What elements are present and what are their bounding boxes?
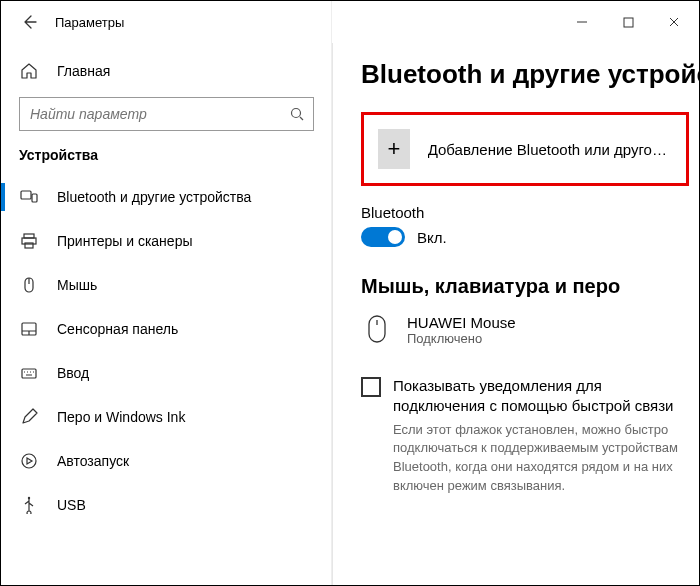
minimize-button[interactable]	[559, 6, 605, 38]
swift-pair-checkbox[interactable]	[361, 377, 381, 397]
svg-rect-12	[369, 316, 385, 342]
svg-point-11	[28, 497, 30, 499]
svg-rect-0	[624, 18, 633, 27]
swift-pair-hint: Если этот флажок установлен, можно быстр…	[393, 421, 689, 496]
close-icon	[668, 16, 680, 28]
bluetooth-label: Bluetooth	[361, 204, 689, 221]
sidebar-item-printers[interactable]: Принтеры и сканеры	[1, 219, 332, 263]
bluetooth-toggle[interactable]	[361, 227, 405, 247]
device-item[interactable]: HUAWEI Mouse Подключено	[361, 308, 689, 364]
home-link[interactable]: Главная	[1, 49, 332, 93]
sidebar-item-label: Автозапуск	[57, 453, 129, 469]
svg-rect-2	[21, 191, 31, 199]
sidebar-item-label: Мышь	[57, 277, 97, 293]
sidebar-item-usb[interactable]: USB	[1, 483, 332, 527]
window-title: Параметры	[55, 15, 124, 30]
svg-rect-9	[22, 369, 36, 378]
mouse-icon	[363, 314, 391, 344]
close-button[interactable]	[651, 6, 697, 38]
maximize-icon	[623, 17, 634, 28]
add-device-row[interactable]: + Добавление Bluetooth или другого устро…	[361, 112, 689, 186]
sidebar-item-label: Ввод	[57, 365, 89, 381]
device-name: HUAWEI Mouse	[407, 314, 516, 331]
sidebar: Главная Устройства Bluetooth и другие ус…	[1, 43, 333, 585]
sidebar-item-bluetooth[interactable]: Bluetooth и другие устройства	[1, 175, 332, 219]
home-label: Главная	[57, 63, 110, 79]
sidebar-item-typing[interactable]: Ввод	[1, 351, 332, 395]
titlebar: Параметры	[1, 1, 699, 43]
arrow-left-icon	[21, 14, 37, 30]
minimize-icon	[576, 16, 588, 28]
pen-icon	[19, 407, 39, 427]
sidebar-item-label: Принтеры и сканеры	[57, 233, 192, 249]
printer-icon	[19, 231, 39, 251]
svg-rect-3	[32, 194, 37, 202]
sidebar-item-label: Перо и Windows Ink	[57, 409, 185, 425]
search-box[interactable]	[19, 97, 314, 131]
sidebar-item-label: USB	[57, 497, 86, 513]
sidebar-item-autoplay[interactable]: Автозапуск	[1, 439, 332, 483]
swift-pair-label: Показывать уведомления для подключения с…	[393, 376, 689, 417]
add-device-button[interactable]: +	[378, 129, 410, 169]
device-status: Подключено	[407, 331, 516, 346]
group-mouse-keyboard: Мышь, клавиатура и перо	[361, 275, 689, 298]
mouse-icon	[19, 275, 39, 295]
add-device-label: Добавление Bluetooth или другого устройс…	[428, 141, 672, 158]
search-input[interactable]	[30, 106, 289, 122]
usb-icon	[19, 495, 39, 515]
page-title: Bluetooth и другие устройства	[361, 59, 689, 90]
sidebar-item-mouse[interactable]: Мышь	[1, 263, 332, 307]
autoplay-icon	[19, 451, 39, 471]
svg-rect-4	[24, 234, 34, 238]
sidebar-item-touchpad[interactable]: Сенсорная панель	[1, 307, 332, 351]
touchpad-icon	[19, 319, 39, 339]
sidebar-item-pen[interactable]: Перо и Windows Ink	[1, 395, 332, 439]
main-panel: Bluetooth и другие устройства + Добавлен…	[333, 43, 699, 585]
bluetooth-state: Вкл.	[417, 229, 447, 246]
maximize-button[interactable]	[605, 6, 651, 38]
sidebar-item-label: Bluetooth и другие устройства	[57, 189, 251, 205]
sidebar-item-label: Сенсорная панель	[57, 321, 178, 337]
devices-icon	[19, 187, 39, 207]
home-icon	[19, 61, 39, 81]
plus-icon: +	[387, 136, 400, 162]
svg-point-1	[292, 109, 301, 118]
sidebar-section-label: Устройства	[1, 137, 332, 175]
search-icon	[289, 106, 305, 122]
svg-point-10	[22, 454, 36, 468]
back-button[interactable]	[11, 4, 47, 40]
keyboard-icon	[19, 363, 39, 383]
